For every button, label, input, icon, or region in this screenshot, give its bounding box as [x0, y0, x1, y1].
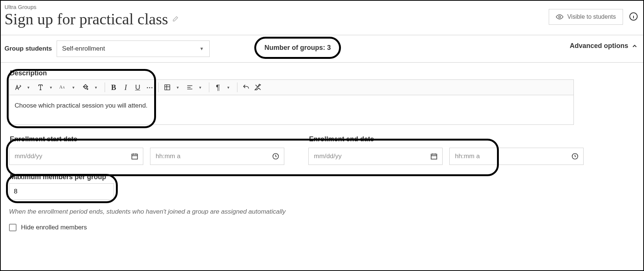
calendar-icon[interactable]: [430, 153, 438, 160]
enrollment-end-date-field[interactable]: [308, 148, 443, 165]
enrollment-start-date-input[interactable]: [14, 152, 131, 160]
dropdown-caret-icon[interactable]: ▾: [45, 82, 57, 93]
dropdown-caret-icon[interactable]: ▾: [172, 82, 183, 93]
group-students-label: Group students: [5, 45, 52, 52]
svg-point-0: [559, 16, 561, 18]
enrollment-end-time-field[interactable]: [449, 148, 584, 165]
dropdown-caret-icon[interactable]: ▾: [223, 82, 234, 93]
font-size-icon[interactable]: AA: [57, 82, 69, 93]
chevron-down-icon: ▼: [200, 46, 204, 51]
visibility-label: Visible to students: [567, 13, 616, 20]
rich-text-toolbar: ▾ ▾ AA▾ ▾ B I U ⋯ ▾ ▾ ¶▾: [9, 79, 574, 95]
enrollment-start-time-field[interactable]: [150, 148, 284, 165]
page-title: Sign up for practical class: [5, 10, 168, 28]
enrollment-end-date-input[interactable]: [313, 152, 430, 160]
align-icon[interactable]: [184, 82, 195, 93]
text-format-icon[interactable]: [35, 82, 46, 93]
enrollment-start-label: Enrollment start date: [10, 135, 143, 143]
svg-rect-4: [165, 85, 170, 90]
enrollment-hint: When the enrollment period ends, student…: [9, 208, 635, 216]
clock-icon[interactable]: [272, 153, 279, 160]
paragraph-icon[interactable]: ¶: [212, 82, 224, 93]
clock-icon[interactable]: [571, 153, 579, 160]
svg-text:A: A: [63, 86, 65, 89]
dropdown-caret-icon[interactable]: ▾: [23, 82, 34, 93]
max-members-field[interactable]: [9, 183, 114, 200]
dropdown-caret-icon[interactable]: ▾: [68, 82, 79, 93]
description-editor[interactable]: Choose which practical session you will …: [9, 95, 574, 125]
italic-icon[interactable]: I: [120, 82, 131, 93]
dropdown-caret-icon[interactable]: ▾: [195, 82, 206, 93]
chevron-up-icon: [631, 43, 638, 49]
undo-icon[interactable]: [240, 82, 252, 93]
bold-icon[interactable]: B: [108, 82, 119, 93]
description-label: Description: [10, 69, 635, 77]
group-students-value: Self-enrollment: [62, 45, 105, 52]
svg-text:A: A: [59, 85, 63, 90]
number-of-groups: Number of groups: 3: [254, 37, 341, 59]
group-students-select[interactable]: Self-enrollment ▼: [57, 40, 210, 57]
eye-icon: [556, 13, 563, 21]
info-icon[interactable]: [629, 12, 638, 21]
breadcrumb[interactable]: Ultra Groups: [5, 4, 639, 10]
table-icon[interactable]: [162, 82, 173, 93]
underline-icon[interactable]: U: [132, 82, 143, 93]
enrollment-end-label: Enrollment end date: [309, 135, 443, 143]
enrollment-end-time-input[interactable]: [454, 152, 571, 160]
clear-format-icon[interactable]: [252, 82, 264, 93]
settings-bar: Group students Self-enrollment ▼ Number …: [1, 35, 643, 63]
svg-rect-5: [132, 154, 138, 159]
enrollment-start-time-input[interactable]: [155, 152, 272, 160]
edit-title-icon[interactable]: [172, 16, 179, 22]
svg-rect-7: [431, 154, 437, 159]
more-icon[interactable]: ⋯: [144, 82, 155, 93]
hide-enrolled-checkbox[interactable]: [9, 224, 17, 231]
visibility-button[interactable]: Visible to students: [549, 9, 623, 25]
max-members-input[interactable]: [13, 187, 110, 196]
dropdown-caret-icon[interactable]: ▾: [90, 82, 102, 93]
advanced-options-toggle[interactable]: Advanced options: [570, 42, 638, 50]
advanced-options-label: Advanced options: [570, 42, 628, 50]
hide-enrolled-label: Hide enrolled members: [21, 224, 87, 231]
header: Ultra Groups Sign up for practical class…: [1, 1, 643, 35]
fill-color-icon[interactable]: [80, 82, 91, 93]
text-style-icon[interactable]: [12, 82, 24, 93]
calendar-icon[interactable]: [131, 153, 138, 160]
enrollment-start-date-field[interactable]: [9, 148, 143, 165]
max-members-label: Maximum members per group: [10, 173, 635, 181]
content-area: Description ▾ ▾ AA▾ ▾ B I U ⋯ ▾ ▾ ¶▾ Cho…: [1, 63, 643, 238]
